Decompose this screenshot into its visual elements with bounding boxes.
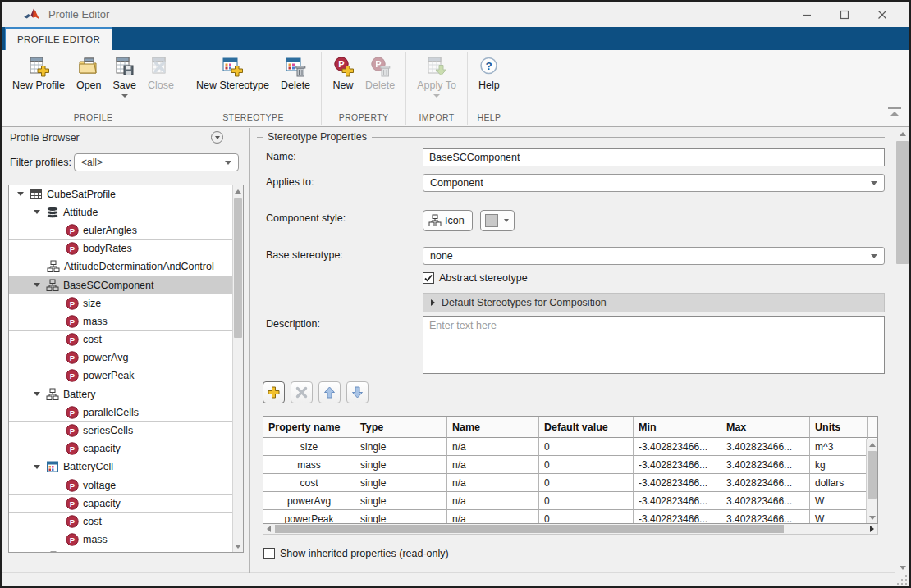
tree-item-seriescells[interactable]: PseriesCells	[9, 422, 232, 440]
expand-arrow-icon[interactable]	[17, 192, 24, 196]
applies-to-value: Component	[430, 177, 483, 189]
icon-style-button-label: Icon	[445, 215, 465, 226]
table-cell: 0	[539, 510, 634, 524]
scroll-up-arrow-icon[interactable]	[867, 439, 877, 450]
tree-item-powerpeak[interactable]: PpowerPeak	[9, 367, 232, 385]
scrollbar-thumb[interactable]	[275, 525, 784, 533]
toolbar-button-close: Close	[142, 53, 180, 92]
scroll-left-arrow-icon[interactable]	[263, 524, 274, 534]
scroll-down-arrow-icon[interactable]	[233, 540, 243, 552]
table-cell: 3.402823466...	[721, 510, 810, 524]
tree-item-basesccomponent[interactable]: BaseSCComponent	[9, 276, 232, 294]
resize-grip[interactable]	[897, 575, 907, 585]
tree-item-attitudedeterminationandcontrol[interactable]: AttitudeDeterminationAndControl	[9, 258, 232, 276]
svg-text:P: P	[70, 299, 76, 308]
tree-vertical-scrollbar[interactable]	[232, 185, 243, 552]
table-cell: n/a	[447, 510, 539, 524]
property-icon: P	[66, 297, 79, 310]
abstract-stereotype-checkbox[interactable]	[423, 272, 434, 284]
property-table-row-poweravg[interactable]: powerAvgsinglen/a0-3.402823466...3.40282…	[263, 492, 877, 510]
tree-item-bodyrates[interactable]: PbodyRates	[9, 240, 232, 258]
tree-item-capacity[interactable]: Pcapacity	[9, 440, 232, 458]
tree-item-batterycell[interactable]: BatteryCell	[9, 458, 232, 476]
apply-to-icon	[426, 56, 447, 77]
add-property-button[interactable]	[263, 381, 285, 403]
name-input[interactable]	[423, 148, 885, 166]
expand-arrow-icon[interactable]	[34, 392, 40, 396]
applies-to-dropdown[interactable]: Component	[423, 174, 885, 192]
tree-item-size[interactable]: Psize	[9, 294, 232, 312]
tree-item-mass[interactable]: Pmass	[9, 531, 232, 549]
property-table-row-mass[interactable]: masssinglen/a0-3.402823466...3.402823466…	[263, 456, 877, 474]
expand-arrow-icon[interactable]	[34, 283, 40, 287]
scroll-up-arrow-icon[interactable]	[895, 128, 909, 139]
toolbar-button-label: Close	[148, 80, 174, 91]
filter-profiles-dropdown[interactable]: <all>	[74, 153, 239, 171]
tree-item-capacity[interactable]: Pcapacity	[9, 495, 232, 513]
tree-item-cubesatprofile[interactable]: CubeSatProfile	[9, 185, 232, 203]
tree-item-attitude[interactable]: Attitude	[9, 203, 232, 221]
toolbar-button-label: Delete	[281, 80, 310, 91]
x-icon	[295, 385, 309, 399]
base-stereotype-dropdown[interactable]: none	[423, 247, 885, 265]
scroll-down-arrow-icon[interactable]	[895, 562, 909, 573]
tree-item-poweravg[interactable]: PpowerAvg	[9, 349, 232, 367]
property-table-row-cost[interactable]: costsinglen/a0-3.402823466...3.402823466…	[263, 474, 877, 492]
tree-item-voltage[interactable]: Pvoltage	[9, 476, 232, 495]
scroll-up-arrow-icon[interactable]	[233, 185, 243, 197]
tree-item-cost[interactable]: Pcost	[9, 331, 232, 349]
collapse-ribbon-button[interactable]	[886, 107, 903, 120]
expand-arrow-icon[interactable]	[34, 210, 40, 214]
toolbar-button-new[interactable]: PNew	[327, 53, 359, 92]
scrollbar-thumb[interactable]	[234, 198, 242, 338]
delete-property-row-button	[291, 381, 313, 403]
show-inherited-checkbox[interactable]	[263, 548, 275, 559]
table-vertical-scrollbar[interactable]	[866, 439, 877, 523]
tree-item-mass[interactable]: Pmass	[9, 312, 232, 330]
toolbar-button-new-profile[interactable]: New Profile	[7, 53, 71, 92]
table-cell: -3.402823466...	[634, 492, 721, 510]
tree-item-parallelcells[interactable]: PparallelCells	[9, 403, 232, 422]
scroll-right-arrow-icon[interactable]	[867, 524, 877, 534]
minimize-button[interactable]	[788, 2, 826, 27]
property-icon: P	[66, 515, 79, 528]
style-color-dropdown[interactable]	[480, 210, 515, 231]
component-icon	[47, 260, 60, 273]
tree-item-cost[interactable]: Pcost	[9, 513, 232, 531]
property-table-row-powerpeak[interactable]: powerPeaksinglen/a0-3.402823466...3.4028…	[263, 510, 877, 524]
tree-item-label: bodyRates	[83, 243, 132, 254]
property-icon: P	[66, 351, 79, 364]
close-button[interactable]	[863, 2, 901, 27]
maximize-button[interactable]	[826, 2, 863, 27]
table-header-units: Units	[810, 417, 868, 438]
panel-collapse-button[interactable]	[211, 131, 223, 144]
default-stereotypes-expander[interactable]: Default Stereotypes for Composition	[423, 293, 885, 312]
interface-icon	[46, 206, 59, 219]
panel-vertical-scrollbar[interactable]	[895, 128, 909, 573]
tree-item-label: Battery	[63, 389, 96, 400]
expand-arrow-icon[interactable]	[34, 465, 40, 469]
tree-item-label: capacity	[83, 443, 121, 454]
table-horizontal-scrollbar[interactable]	[263, 524, 878, 535]
icon-style-button[interactable]: Icon	[423, 210, 473, 231]
description-textarea[interactable]	[423, 316, 885, 374]
stereotype-properties-panel: Stereotype Properties Name: Applies to: …	[251, 128, 894, 573]
component-icon	[46, 279, 59, 292]
toolbar-button-new-stereotype[interactable]: New Stereotype	[190, 53, 275, 92]
table-header-min: Min	[634, 417, 721, 438]
property-table-row-size[interactable]: sizesinglen/a0-3.402823466...3.402823466…	[263, 438, 877, 456]
tree-item-eulerangles[interactable]: PeulerAngles	[9, 221, 232, 239]
scroll-down-arrow-icon[interactable]	[867, 512, 877, 523]
toolbar-button-label: Open	[76, 80, 102, 91]
chevron-down-icon	[225, 161, 231, 165]
scrollbar-thumb[interactable]	[868, 451, 877, 499]
toolbar-button-save[interactable]: Save	[108, 53, 143, 98]
tab-profile-editor[interactable]: PROFILE EDITOR	[5, 27, 112, 50]
scrollbar-thumb[interactable]	[896, 141, 909, 264]
toolbar-button-open[interactable]: Open	[71, 53, 108, 92]
toolbar-button-help[interactable]: ?Help	[473, 53, 506, 92]
svg-text:P: P	[70, 444, 76, 454]
toolbar-button-delete[interactable]: Delete	[275, 53, 316, 92]
tree-item-battery[interactable]: Battery	[9, 385, 232, 403]
tree-item-commandanddatahandling[interactable]: CommandAndDataHandling	[9, 549, 232, 553]
